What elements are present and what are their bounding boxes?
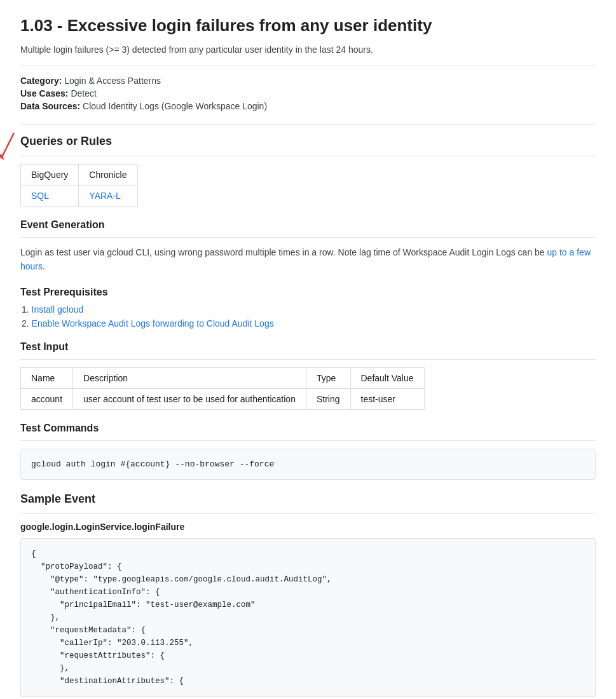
- enable-workspace-logs-link[interactable]: Enable Workspace Audit Logs forwarding t…: [32, 318, 274, 329]
- data-sources-value: Cloud Identity Logs (Google Workspace Lo…: [83, 101, 267, 111]
- table-row: accountuser account of test user to be u…: [21, 388, 425, 409]
- prerequisites-list: 1. Install gcloud 2. Enable Workspace Au…: [20, 304, 596, 329]
- page-title: 1.03 - Excessive login failures from any…: [20, 15, 596, 37]
- event-gen-text-after: .: [43, 261, 45, 271]
- svg-line-0: [1, 133, 14, 158]
- queries-table: BigQuery Chronicle SQL YARA-L: [20, 164, 138, 207]
- prereq-num-1: 1.: [22, 304, 32, 315]
- test-commands-section: Test Commands gcloud auth login #{accoun…: [20, 423, 596, 480]
- bigquery-col-header: BigQuery: [21, 164, 79, 185]
- test-input-table: Name Description Type Default Value acco…: [20, 367, 425, 410]
- col-type-header: Type: [306, 367, 350, 388]
- event-generation-heading: Event Generation: [20, 219, 596, 231]
- sql-link-cell[interactable]: SQL: [21, 185, 79, 206]
- meta-use-cases: Use Cases: Detect: [20, 88, 596, 98]
- sql-link[interactable]: SQL: [31, 191, 49, 201]
- test-commands-code: gcloud auth login #{account} --no-browse…: [20, 449, 596, 480]
- chronicle-col-header: Chronicle: [79, 164, 137, 185]
- cell-type: String: [306, 388, 350, 409]
- list-item: 2. Enable Workspace Audit Logs forwardin…: [20, 318, 596, 329]
- col-default-value-header: Default Value: [350, 367, 424, 388]
- test-prerequisites-heading: Test Prerequisites: [20, 287, 596, 298]
- cell-description: user account of test user to be used for…: [73, 388, 306, 409]
- red-arrow-icon: [0, 130, 20, 168]
- use-cases-label: Use Cases:: [20, 88, 69, 98]
- install-gcloud-link[interactable]: Install gcloud: [32, 304, 84, 315]
- col-name-header: Name: [21, 367, 73, 388]
- event-generation-text: Login as test user via gcloud CLI, using…: [20, 245, 596, 274]
- meta-category: Category: Login & Access Patterns: [20, 76, 596, 86]
- cell-default_value: test-user: [350, 388, 424, 409]
- list-item: 1. Install gcloud: [20, 304, 596, 315]
- prereq-num-2: 2.: [22, 318, 32, 329]
- event-generation-divider: [20, 237, 596, 238]
- category-value: Login & Access Patterns: [64, 76, 161, 86]
- queries-heading: Queries or Rules: [20, 135, 596, 148]
- yaral-link-cell[interactable]: YARA-L: [79, 185, 137, 206]
- meta-section: Category: Login & Access Patterns Use Ca…: [20, 76, 596, 125]
- test-input-divider: [20, 359, 596, 360]
- test-input-section: Test Input Name Description Type Default…: [20, 341, 596, 410]
- meta-data-sources: Data Sources: Cloud Identity Logs (Googl…: [20, 101, 596, 111]
- sample-event-section: Sample Event google.login.LoginService.l…: [20, 492, 596, 697]
- test-commands-divider: [20, 440, 596, 441]
- queries-section: Queries or Rules BigQuery Chronicle SQL …: [20, 135, 596, 207]
- test-input-heading: Test Input: [20, 341, 596, 353]
- event-generation-section: Event Generation Login as test user via …: [20, 219, 596, 329]
- sample-event-heading: Sample Event: [20, 492, 596, 506]
- category-label: Category:: [20, 76, 62, 86]
- event-gen-text-before: Login as test user via gcloud CLI, using…: [20, 247, 547, 257]
- page-subtitle: Multiple login failures (>= 3) detected …: [20, 44, 596, 65]
- test-commands-heading: Test Commands: [20, 423, 596, 434]
- use-cases-value: Detect: [71, 88, 96, 98]
- col-description-header: Description: [73, 367, 306, 388]
- event-label: google.login.LoginService.loginFailure: [20, 522, 596, 532]
- json-block: { "protoPayload": { "@type": "type.googl…: [20, 538, 596, 697]
- data-sources-label: Data Sources:: [20, 101, 80, 111]
- sample-event-divider: [20, 513, 596, 514]
- queries-divider: [20, 156, 596, 156]
- cell-name: account: [21, 388, 73, 409]
- yaral-link[interactable]: YARA-L: [89, 191, 121, 201]
